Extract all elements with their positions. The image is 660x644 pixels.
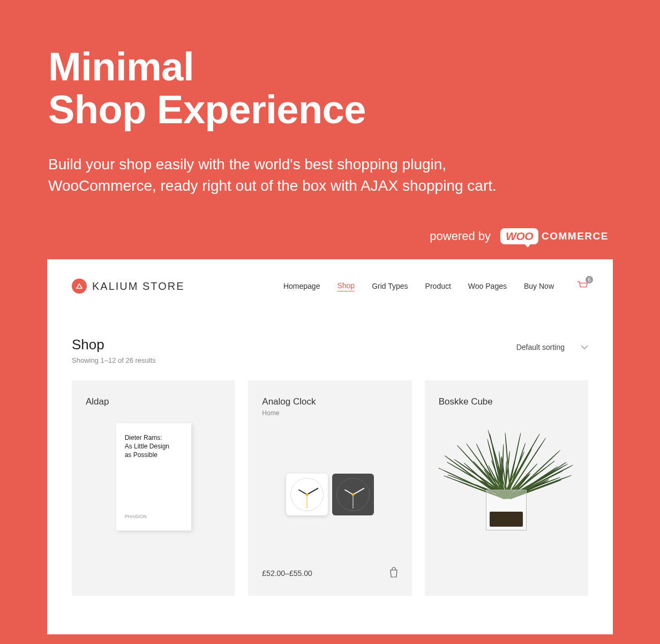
woo-commerce-text: COMMERCE [542, 230, 609, 242]
hero-title: Minimal Shop Experience [48, 46, 612, 131]
page-header-left: Shop Showing 1–12 of 26 results [72, 336, 156, 364]
product-title: Analog Clock [262, 396, 398, 407]
sort-label: Default sorting [516, 343, 565, 351]
product-image: Dieter Rams: As Little Design as Possibl… [86, 423, 221, 530]
product-image [262, 433, 398, 556]
nav-buy-now[interactable]: Buy Now [524, 282, 554, 290]
main-nav: Homepage Shop Grid Types Product Woo Pag… [283, 280, 588, 293]
product-price: £52.00–£55.00 [262, 569, 312, 578]
product-card-analog-clock[interactable]: Analog Clock Home £52.00–£55.00 [248, 380, 411, 596]
cart-badge: 6 [586, 276, 593, 283]
nav-woo-pages[interactable]: Woo Pages [468, 282, 507, 290]
sort-dropdown[interactable]: Default sorting [516, 336, 588, 351]
chevron-down-icon [581, 345, 588, 349]
hero-subtitle: Build your shop easily with the world's … [48, 154, 557, 197]
powered-label: powered by [430, 229, 491, 243]
product-grid: Aldap Dieter Rams: As Little Design as P… [47, 380, 613, 596]
plant-illustration [463, 423, 549, 530]
woocommerce-logo: WOO COMMERCE [500, 228, 609, 244]
hero-title-line1: Minimal [48, 44, 194, 89]
nav-product[interactable]: Product [425, 282, 451, 290]
product-card-aldap[interactable]: Aldap Dieter Rams: As Little Design as P… [72, 380, 235, 596]
clock-illustration [286, 474, 374, 515]
product-card-boskke-cube[interactable]: Boskke Cube [425, 380, 588, 596]
woo-bubble: WOO [500, 228, 538, 244]
price-row: £52.00–£55.00 [262, 567, 398, 580]
brand-text: KALIUM STORE [92, 280, 185, 293]
product-image [439, 423, 574, 530]
page-header: Shop Showing 1–12 of 26 results Default … [47, 310, 613, 380]
store-preview: KALIUM STORE Homepage Shop Grid Types Pr… [47, 259, 613, 634]
nav-grid-types[interactable]: Grid Types [372, 282, 408, 290]
product-title: Boskke Cube [439, 396, 574, 407]
product-category: Home [262, 409, 398, 417]
site-header: KALIUM STORE Homepage Shop Grid Types Pr… [47, 259, 613, 310]
powered-by-row: powered by WOO COMMERCE [0, 196, 660, 259]
brand-icon [72, 279, 87, 294]
cart-button[interactable]: 6 [576, 280, 588, 293]
brand[interactable]: KALIUM STORE [72, 279, 185, 294]
book-illustration: Dieter Rams: As Little Design as Possibl… [116, 423, 191, 530]
nav-homepage[interactable]: Homepage [283, 282, 320, 290]
product-title: Aldap [86, 396, 221, 407]
hero-section: Minimal Shop Experience Build your shop … [0, 0, 660, 196]
nav-shop[interactable]: Shop [337, 281, 355, 291]
hero-title-line2: Shop Experience [48, 87, 366, 132]
bag-icon [389, 567, 398, 578]
page-title: Shop [72, 336, 156, 353]
add-to-cart-button[interactable] [389, 567, 398, 580]
result-count: Showing 1–12 of 26 results [72, 356, 156, 364]
